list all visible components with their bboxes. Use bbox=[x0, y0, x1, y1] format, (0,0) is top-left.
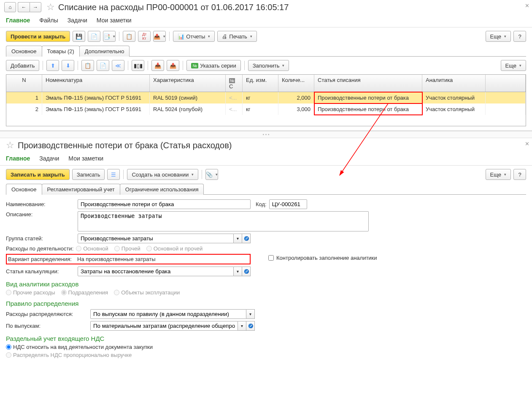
desc-input[interactable] bbox=[78, 211, 369, 231]
copy-button[interactable]: 📋 bbox=[81, 60, 94, 71]
series-button[interactable]: № Указать серии bbox=[186, 60, 240, 71]
tab-goods[interactable]: Товары (2) bbox=[42, 46, 80, 57]
vat-doc-radio[interactable] bbox=[6, 344, 11, 350]
distribution-value: На производственные затраты bbox=[77, 256, 156, 262]
analytics-section-title: Вид аналитики расходов bbox=[6, 280, 526, 288]
vat-section-title: Раздельный учет входящего НДС bbox=[6, 335, 526, 342]
tab-main[interactable]: Основное bbox=[6, 184, 42, 195]
nav-tab-main[interactable]: Главное bbox=[6, 17, 30, 27]
import-button[interactable]: 📥 bbox=[151, 60, 164, 71]
col-article[interactable]: Статья списания bbox=[314, 75, 422, 92]
based-icon-button[interactable]: 📋 bbox=[123, 31, 135, 42]
activity-main-radio bbox=[76, 246, 81, 251]
home-button[interactable]: ⌂ bbox=[4, 2, 16, 12]
save-button[interactable]: Записать bbox=[72, 169, 105, 180]
nav-tab-tasks[interactable]: Задачи bbox=[68, 17, 87, 27]
reports-button[interactable]: 📊Отчеты bbox=[173, 31, 215, 42]
control-checkbox[interactable] bbox=[268, 255, 274, 261]
tab-additional[interactable]: Дополнительно bbox=[79, 46, 130, 57]
group-input[interactable] bbox=[78, 234, 234, 243]
more-button[interactable]: Еще bbox=[486, 169, 511, 180]
col-nomenclature[interactable]: Номенклатура bbox=[42, 75, 150, 92]
table-row[interactable]: 2 Эмаль ПФ-115 (эмаль) ГОСТ Р 51691 RAL … bbox=[6, 103, 526, 115]
favorite-icon[interactable]: ☆ bbox=[6, 140, 14, 151]
calc-input[interactable] bbox=[78, 267, 234, 276]
dropdown-icon[interactable]: ▾ bbox=[234, 234, 242, 243]
vat-revenue-radio bbox=[6, 352, 11, 358]
anal-other-radio bbox=[6, 290, 11, 295]
separator bbox=[123, 170, 124, 179]
col-characteristic[interactable]: Характеристика bbox=[150, 75, 226, 92]
nav-tab-notes[interactable]: Мои заметки bbox=[68, 155, 103, 165]
mode-icon-button[interactable]: 📑 bbox=[103, 31, 116, 42]
splitter[interactable]: • • • bbox=[0, 131, 532, 138]
dropdown-icon[interactable]: ▾ bbox=[234, 267, 242, 276]
anal-obj-radio bbox=[114, 290, 119, 295]
control-label: Контролировать заполнение аналитики bbox=[276, 255, 377, 261]
col-qty[interactable]: Количе... bbox=[278, 75, 314, 92]
more-button[interactable]: Еще bbox=[486, 31, 511, 42]
print-button[interactable]: 🖨Печать bbox=[217, 31, 257, 42]
more-icon-button[interactable]: 📤 bbox=[153, 31, 166, 42]
activity-label: Расходы по деятельности: bbox=[6, 245, 73, 252]
col-s[interactable]: № С bbox=[226, 75, 243, 92]
tab-regulated[interactable]: Регламентированный учет bbox=[42, 184, 120, 195]
separator bbox=[148, 61, 148, 70]
dropdown-icon[interactable]: ▾ bbox=[246, 309, 255, 319]
export-button[interactable]: 📤 bbox=[167, 60, 179, 71]
post-close-button[interactable]: Провести и закрыть bbox=[6, 31, 70, 42]
rule-input[interactable] bbox=[90, 309, 246, 319]
nav-tab-notes[interactable]: Мои заметки bbox=[97, 17, 132, 27]
fill-button[interactable]: Заполнить bbox=[248, 60, 289, 71]
col-n[interactable]: N bbox=[6, 75, 42, 92]
dt-kt-button[interactable]: ДтКт bbox=[138, 31, 151, 42]
separator bbox=[244, 61, 245, 70]
rule-section-title: Правило распределения bbox=[6, 300, 526, 307]
separator bbox=[119, 32, 119, 41]
activity-both-radio bbox=[146, 246, 152, 251]
dup-button[interactable]: ≪ bbox=[112, 60, 124, 71]
post-icon-button[interactable]: 📄 bbox=[88, 31, 100, 42]
goods-grid: N Номенклатура Характеристика № С Ед. из… bbox=[6, 74, 526, 126]
list-icon-button[interactable]: ☰ bbox=[107, 169, 120, 180]
distribution-label: Вариант распределения: bbox=[8, 256, 75, 262]
move-up-button[interactable]: ⬆ bbox=[46, 60, 59, 71]
create-based-button[interactable]: Создать на основании bbox=[127, 169, 198, 180]
calc-label: Статья калькуляции: bbox=[6, 268, 75, 275]
save-icon-button[interactable]: 💾 bbox=[73, 31, 85, 42]
open-icon[interactable]: ♐ bbox=[242, 267, 251, 276]
attach-button[interactable]: 📎 bbox=[205, 169, 218, 180]
grid-more-button[interactable]: Еще bbox=[501, 60, 526, 71]
move-down-button[interactable]: ⬇ bbox=[62, 60, 74, 71]
save-close-button[interactable]: Записать и закрыть bbox=[6, 169, 70, 180]
col-analytics[interactable]: Аналитика bbox=[422, 75, 486, 92]
name-label: Наименование: bbox=[6, 201, 75, 207]
tab-restriction[interactable]: Ограничение использования bbox=[120, 184, 204, 195]
forward-button[interactable]: → bbox=[30, 2, 41, 12]
paste-button[interactable]: 📄 bbox=[97, 60, 109, 71]
table-row[interactable]: 1 Эмаль ПФ-115 (эмаль) ГОСТ Р 51691 RAL … bbox=[6, 92, 526, 103]
by-input[interactable] bbox=[90, 321, 238, 331]
open-icon[interactable]: ♐ bbox=[242, 234, 251, 243]
col-unit[interactable]: Ед. изм. bbox=[243, 75, 278, 92]
activity-other-radio bbox=[114, 246, 120, 251]
nav-tab-tasks[interactable]: Задачи bbox=[39, 155, 59, 165]
back-button[interactable]: ← bbox=[18, 2, 30, 12]
dropdown-icon[interactable]: ▾ bbox=[238, 321, 246, 331]
separator bbox=[183, 61, 183, 70]
separator bbox=[128, 61, 128, 70]
close-button[interactable]: ✕ bbox=[525, 3, 529, 9]
barcode-button[interactable]: ▮▯▮ bbox=[132, 60, 144, 71]
nav-tab-main[interactable]: Главное bbox=[6, 155, 30, 165]
help-button[interactable]: ? bbox=[513, 31, 526, 42]
nav-tab-files[interactable]: Файлы bbox=[39, 17, 58, 27]
open-icon[interactable]: ♐ bbox=[246, 321, 255, 331]
tab-main[interactable]: Основное bbox=[6, 46, 42, 57]
favorite-icon[interactable]: ☆ bbox=[46, 2, 55, 13]
close-button[interactable]: ✕ bbox=[525, 141, 529, 147]
code-label: Код: bbox=[256, 201, 267, 207]
help-button[interactable]: ? bbox=[513, 169, 526, 180]
code-input[interactable] bbox=[269, 199, 307, 209]
add-button[interactable]: Добавить bbox=[6, 60, 39, 71]
name-input[interactable] bbox=[78, 199, 251, 209]
